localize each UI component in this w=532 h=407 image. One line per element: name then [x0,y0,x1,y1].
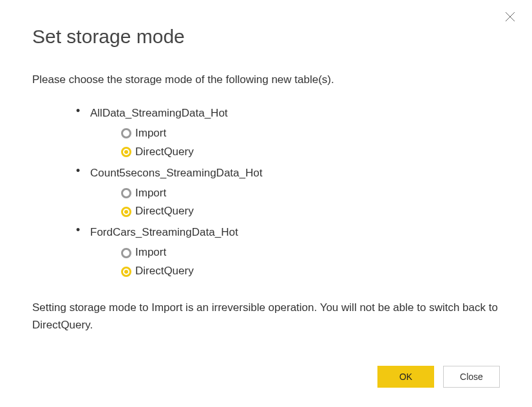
radio-option-import[interactable]: Import [121,184,500,203]
option-label: Import [135,124,166,143]
instruction-text: Please choose the storage mode of the fo… [32,73,500,86]
radio-icon [121,207,131,217]
option-label: Import [135,184,166,203]
radio-option-directquery[interactable]: DirectQuery [121,262,500,281]
radio-option-directquery[interactable]: DirectQuery [121,143,500,162]
storage-mode-dialog: Set storage mode Please choose the stora… [0,0,532,407]
radio-option-import[interactable]: Import [121,124,500,143]
option-label: Import [135,243,166,262]
table-name: FordCars_StreamingData_Hot [90,223,500,242]
radio-option-import[interactable]: Import [121,243,500,262]
dialog-title: Set storage mode [32,26,500,48]
close-icon[interactable] [505,12,518,24]
option-label: DirectQuery [135,262,194,281]
radio-icon [121,147,131,157]
radio-icon [121,128,131,138]
radio-icon [121,188,131,198]
ok-button[interactable]: OK [377,366,434,388]
warning-text: Setting storage mode to Import is an irr… [32,299,500,334]
tables-list: AllData_StreamingData_Hot Import DirectQ… [32,104,500,281]
button-row: OK Close [377,366,500,388]
options-list: Import DirectQuery [90,124,500,162]
table-item: AllData_StreamingData_Hot Import DirectQ… [90,104,500,162]
options-list: Import DirectQuery [90,184,500,222]
table-item: Count5secons_StreamingData_Hot Import Di… [90,164,500,222]
options-list: Import DirectQuery [90,243,500,281]
table-item: FordCars_StreamingData_Hot Import Direct… [90,223,500,281]
radio-icon [121,267,131,277]
radio-icon [121,248,131,258]
table-name: AllData_StreamingData_Hot [90,104,500,123]
table-name: Count5secons_StreamingData_Hot [90,164,500,183]
option-label: DirectQuery [135,143,194,162]
close-button[interactable]: Close [443,366,500,388]
option-label: DirectQuery [135,202,194,221]
radio-option-directquery[interactable]: DirectQuery [121,202,500,221]
